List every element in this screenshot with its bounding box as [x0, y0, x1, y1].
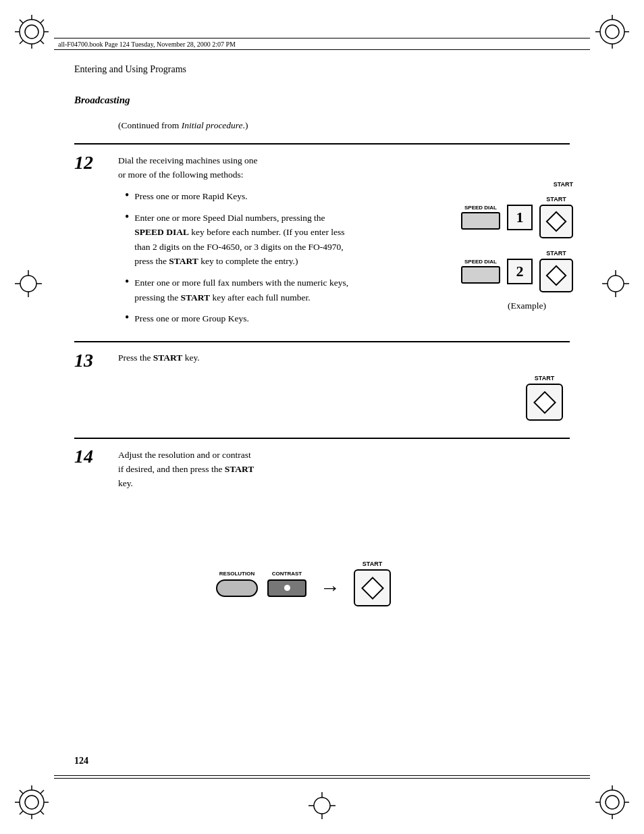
svg-point-42: [606, 796, 619, 809]
start-key-12-2-text: START: [546, 250, 566, 257]
svg-point-16: [20, 276, 36, 292]
contrast-label: CONTRAST: [272, 571, 302, 577]
bullet-3: • Enter one or more full fax numbers wit…: [125, 276, 354, 305]
corner-mark-bl: [15, 785, 49, 819]
resolution-label: RESOLUTION: [219, 571, 254, 577]
header-bar: all-F04700.book Page 124 Tuesday, Novemb…: [54, 38, 590, 50]
svg-line-7: [41, 41, 44, 44]
start-key-12-2: START: [539, 250, 573, 292]
svg-point-26: [20, 790, 44, 814]
start-box-12-1: [539, 205, 573, 238]
speed-dial-key-1: SPEED DIAL: [461, 205, 500, 230]
arrow-right: →: [320, 576, 340, 599]
num-box-2: 2: [507, 259, 533, 284]
header-text: all-F04700.book Page 124 Tuesday, Novemb…: [54, 41, 236, 48]
resolution-oval: [216, 579, 258, 597]
start-key-12-1-text: START: [546, 196, 566, 203]
start-box-12-2: [539, 259, 573, 292]
svg-point-1: [25, 25, 38, 38]
step14-number: 14: [74, 446, 93, 467]
num-box-1: 1: [507, 205, 533, 230]
start-box-14: [354, 569, 391, 606]
start-box-13: [526, 384, 563, 421]
bullet-dot-2: •: [125, 211, 129, 223]
speed-dial-btn-2: [461, 266, 500, 284]
corner-mark-br: [595, 785, 629, 819]
step12-number: 12: [74, 152, 93, 174]
divider-top-13: [74, 341, 570, 342]
svg-point-0: [20, 20, 44, 44]
speed-dial-btn-1: [461, 212, 500, 230]
speed-dial-key-2: SPEED DIAL: [461, 259, 500, 284]
svg-line-35: [20, 811, 23, 814]
svg-point-36: [314, 798, 330, 814]
example-label: (Example): [508, 301, 546, 311]
svg-point-10: [600, 20, 624, 44]
left-margin-crosshair: [15, 270, 42, 297]
speed-dial-label-1: SPEED DIAL: [464, 205, 497, 211]
bullet-2-text: Enter one or more Speed Dial numbers, pr…: [134, 211, 354, 269]
bullet-4: • Press one or more Group Keys.: [125, 311, 354, 326]
bullet-1: • Press one or more Rapid Keys.: [125, 189, 354, 204]
start-diamond-12-1: [545, 211, 566, 232]
svg-point-27: [25, 796, 38, 809]
svg-point-21: [608, 276, 624, 292]
contrast-indicator: [284, 585, 290, 591]
section-header: Entering and Using Programs: [74, 64, 186, 75]
corner-mark-tl: [15, 15, 49, 49]
start-label-14: START: [363, 561, 382, 567]
bullet-dot-4: •: [125, 311, 129, 323]
start-diamond-12-2: [545, 265, 566, 286]
section-title: Broadcasting: [74, 95, 130, 106]
svg-line-9: [20, 41, 23, 44]
start-diamond-14: [361, 577, 384, 600]
right-margin-crosshair: [602, 270, 629, 297]
bullet-dot-3: •: [125, 276, 129, 288]
continued-line: (Continued from Initial procedure.): [118, 120, 248, 131]
bullet-2: • Enter one or more Speed Dial numbers, …: [125, 211, 354, 269]
start-key-14: START: [354, 561, 391, 606]
bottom-line-outer: [54, 775, 590, 777]
step14-text: Adjust the resolution and or contrastif …: [118, 448, 254, 491]
divider-top-14: [74, 438, 570, 439]
step13-text: Press the START key.: [118, 353, 200, 363]
step12-text: Dial the receiving machines using oneor …: [118, 154, 258, 182]
start-diamond-13: [533, 391, 556, 414]
start-key-12-1: START: [539, 196, 573, 238]
bullet-3-text: Enter one or more full fax numbers with …: [134, 276, 354, 305]
bottom-line-inner: [54, 778, 590, 779]
svg-line-34: [41, 790, 44, 793]
diagram-12-row1: START SPEED DIAL 1 START: [461, 196, 573, 238]
contrast-key: CONTRAST: [267, 571, 306, 597]
diagram-14: RESOLUTION CONTRAST → START: [216, 561, 391, 606]
bottom-center-crosshair: [308, 792, 336, 819]
bullet-dot-1: •: [125, 189, 129, 201]
diagram-13: START: [526, 375, 563, 421]
bullet-4-text: Press one or more Group Keys.: [134, 311, 248, 326]
svg-point-41: [600, 790, 624, 814]
resolution-key: RESOLUTION: [216, 571, 258, 597]
continued-italic: Initial procedure: [182, 120, 243, 130]
svg-line-32: [20, 790, 23, 793]
start-key-12-1-label: START: [554, 181, 573, 188]
continued-end: .): [243, 120, 248, 130]
diagram-12-row2: SPEED DIAL 2 START: [461, 250, 573, 292]
start-label-12-1: START: [554, 181, 573, 188]
continued-text: (Continued from: [118, 120, 182, 130]
speed-dial-label-2: SPEED DIAL: [464, 259, 497, 265]
start-label-13: START: [535, 375, 554, 382]
step13-number: 13: [74, 350, 93, 371]
page: all-F04700.book Page 124 Tuesday, Novemb…: [0, 0, 644, 834]
contrast-box: [267, 579, 306, 597]
bullet-1-text: Press one or more Rapid Keys.: [134, 189, 247, 204]
divider-top-12: [74, 143, 570, 145]
svg-line-6: [20, 20, 23, 23]
svg-line-33: [41, 811, 44, 814]
corner-mark-tr: [595, 15, 629, 49]
step12-bullets: • Press one or more Rapid Keys. • Enter …: [125, 189, 354, 326]
svg-line-8: [41, 20, 44, 23]
svg-point-11: [606, 25, 619, 38]
page-number: 124: [74, 756, 88, 766]
